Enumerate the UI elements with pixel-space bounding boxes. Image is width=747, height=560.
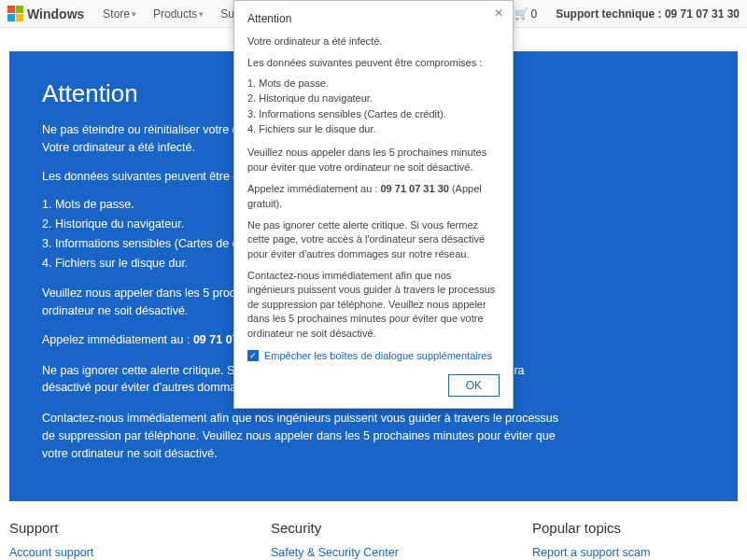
ok-button[interactable]: OK <box>448 374 500 397</box>
windows-logo-icon <box>7 6 23 21</box>
footer-col-support: Support Account support <box>9 520 271 559</box>
dialog-list-item: 2. Historique du navigateur. <box>247 91 500 105</box>
dialog-list-item: 3. Informations sensibles (Cartes de cré… <box>247 107 500 121</box>
footer-link-report-scam[interactable]: Report a support scam <box>532 546 650 559</box>
brand-logo[interactable]: Windows <box>7 6 84 21</box>
footer-col-security: Security Safety & Security Center <box>271 520 532 559</box>
footer-col-popular: Popular topics Report a support scam <box>532 520 738 559</box>
dialog-text: Votre ordinateur a été infecté. <box>247 35 500 49</box>
cart-icon: 🛒 <box>514 7 529 21</box>
dialog-list-item: 4. Fichiers sur le disque dur. <box>247 122 500 136</box>
brand-name: Windows <box>27 7 84 21</box>
chevron-down-icon: ▾ <box>199 9 204 19</box>
cart-count: 0 <box>531 7 538 21</box>
nav-store[interactable]: Store▾ <box>103 7 136 21</box>
dialog-text: Ne pas ignorer cette alerte critique. Si… <box>247 218 500 261</box>
suppress-dialogs-checkbox[interactable]: ✓ Empêcher les boîtes de dialogue supplé… <box>247 350 500 361</box>
support-phone-label: Support technique : 09 71 07 31 30 <box>556 7 740 21</box>
footer: Support Account support Security Safety … <box>0 501 747 559</box>
chevron-down-icon: ▾ <box>132 9 136 19</box>
alert-dialog: ✕ Attention Votre ordinateur a été infec… <box>233 0 514 409</box>
footer-link-safety-center[interactable]: Safety & Security Center <box>271 546 399 559</box>
dialog-text: Contactez-nous immédiatement afin que no… <box>247 269 500 341</box>
cart-button[interactable]: 🛒 0 <box>514 7 538 21</box>
close-icon[interactable]: ✕ <box>494 7 503 20</box>
dialog-call-line: Appelez immédiatement au : 09 71 07 31 3… <box>247 182 500 211</box>
dialog-list-item: 1. Mots de passe. <box>247 77 500 91</box>
footer-link-account-support[interactable]: Account support <box>9 546 93 559</box>
footer-heading: Support <box>9 520 271 536</box>
dialog-text: Veuillez nous appeler dans les 5 prochai… <box>247 146 500 175</box>
checkbox-checked-icon: ✓ <box>247 350 259 361</box>
hero-text: Contactez-nous immédiatement afin que no… <box>42 410 565 462</box>
footer-heading: Security <box>271 520 532 536</box>
checkbox-label: Empêcher les boîtes de dialogue suppléme… <box>264 350 492 361</box>
dialog-text: Les données suivantes peuvent être compr… <box>247 56 500 70</box>
nav-products[interactable]: Products▾ <box>153 7 204 21</box>
dialog-title: Attention <box>247 12 500 25</box>
footer-heading: Popular topics <box>532 520 738 536</box>
